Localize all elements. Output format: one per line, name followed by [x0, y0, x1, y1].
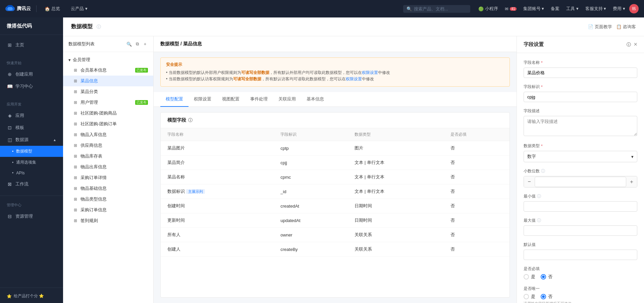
unique-no-option[interactable]: 否 — [541, 294, 552, 300]
form-item-default: 默认值 — [524, 242, 637, 260]
sidebar-item-apis[interactable]: • APIs — [0, 168, 63, 178]
feedback-btn[interactable]: ⭐ 给产品打个分 ⭐ — [0, 289, 63, 303]
model-item-outbound[interactable]: ⊞ 物品出库信息 — [63, 162, 153, 172]
copy-model-btn[interactable]: ⧉ — [135, 41, 140, 47]
search-box[interactable]: 🔍 — [403, 5, 470, 13]
model-item-item-basic[interactable]: ⊞ 物品基础信息 — [63, 183, 153, 194]
sidebar-item-workflow[interactable]: ⊠ 工作流 — [0, 178, 63, 190]
page-tutorial-btn[interactable]: 📄 页面教学 — [588, 24, 612, 30]
tab-permission[interactable]: 权限设置 — [189, 92, 217, 107]
table-row[interactable]: 创建时间 createdAt 日期时间 否 — [161, 199, 509, 213]
model-item-group-buy-product[interactable]: ⊞ 社区团购-团购商品 — [63, 108, 153, 119]
max-value-input[interactable] — [524, 225, 637, 236]
decimal-info-icon[interactable]: ⓘ — [541, 168, 545, 174]
field-type-cell: 日期时间 — [348, 213, 444, 228]
required-yes-option[interactable]: 是 — [524, 274, 535, 280]
required-no-option[interactable]: 否 — [541, 274, 552, 280]
model-item-supplier[interactable]: ⊞ 供应商信息 — [63, 140, 153, 151]
decimal-minus-btn[interactable]: − — [524, 176, 535, 187]
group-account-btn[interactable]: 集团账号 ▾ — [521, 4, 547, 13]
max-info-icon[interactable]: ⓘ — [537, 218, 541, 223]
model-item-purchase-detail[interactable]: ⊞ 采购订单详情 — [63, 172, 153, 183]
model-item-purchase-order[interactable]: ⊞ 采购订单信息 — [63, 205, 153, 215]
permission-link-1[interactable]: 权限设置 — [362, 70, 378, 75]
model-item-user-mgmt[interactable]: ⊞ 用户管理 已发布 — [63, 97, 153, 108]
logo-text: 腾讯云 — [17, 6, 31, 12]
model-item-dish-info[interactable]: ⊞ 菜品信息 — [63, 76, 153, 86]
billing-btn[interactable]: 费用 ▾ — [610, 4, 628, 13]
settings-info-icon[interactable]: ⓘ — [627, 42, 631, 48]
sidebar-item-learning[interactable]: 📖 学习中心 — [0, 80, 63, 92]
table-icon10: ⊞ — [74, 165, 78, 169]
field-desc-input[interactable] — [524, 116, 637, 136]
table-row[interactable]: 数据标识 主展示列 _id 文本 | 单行文本 否 — [161, 184, 509, 199]
table-row[interactable]: 菜品名称 cpmc 文本 | 单行文本 否 — [161, 170, 509, 184]
model-item-member-info[interactable]: ⊞ 会员基本信息 已发布 — [63, 65, 153, 76]
sidebar-item-datamodel[interactable]: • 数据模型 — [0, 146, 63, 157]
min-info-icon[interactable]: ⓘ — [537, 193, 541, 199]
model-item-inventory[interactable]: ⊞ 物品库存表 — [63, 151, 153, 162]
decimal-plus-btn[interactable]: ＋ — [626, 176, 637, 187]
miniapp-btn[interactable]: 🟢 小程序 — [476, 4, 501, 13]
table-row[interactable]: 所有人 owner 关联关系 否 — [161, 228, 509, 242]
page-info-icon[interactable]: ⓘ — [97, 24, 101, 30]
field-id-input[interactable] — [524, 92, 637, 102]
sidebar-item-create-app[interactable]: ⊕ 创建应用 — [0, 68, 63, 80]
model-item-dish-category[interactable]: ⊞ 菜品分类 — [63, 86, 153, 97]
tab-basic-info[interactable]: 基本信息 — [301, 92, 329, 107]
fields-area: 模型字段 ⓘ 字段名称 字段标识 数据类型 是否必填 — [160, 112, 510, 298]
sidebar-item-home[interactable]: ⊞ 主页 — [0, 39, 63, 51]
sidebar-item-datasource[interactable]: ◫ 数据源 ▲ — [0, 134, 63, 146]
model-group-member: ▾ 会员管理 ⊞ 会员基本信息 已发布 ⊞ 菜品信息 — [63, 55, 153, 226]
section-label-appdev: 应用开发 — [0, 100, 63, 108]
field-id-cell: cpjj — [274, 156, 348, 170]
field-settings-body: 字段名称 * 字段标识 * — [517, 53, 644, 303]
email-btn[interactable]: ✉ 41 — [502, 5, 519, 13]
field-name-input[interactable] — [524, 68, 637, 78]
model-item-item-type[interactable]: ⊞ 物品类型信息 — [63, 194, 153, 205]
search-input[interactable] — [414, 6, 467, 11]
fields-info-icon[interactable]: ⓘ — [188, 117, 193, 123]
field-id-cell: updatedAt — [274, 213, 348, 228]
nav-home[interactable]: 🏠 总览 — [42, 4, 63, 13]
tab-event[interactable]: 事件处理 — [245, 92, 273, 107]
user-avatar[interactable]: 韩 — [629, 4, 639, 13]
add-model-btn[interactable]: ＋ — [142, 40, 148, 48]
sidebar-divider — [0, 196, 63, 196]
sidebar-item-resources[interactable]: ⊟ 资源管理 — [0, 210, 63, 222]
tab-view-config[interactable]: 视图配置 — [217, 92, 245, 107]
nav-products[interactable]: 云产品 ▾ — [68, 4, 90, 13]
logo[interactable]: 腾讯云 — [5, 5, 31, 12]
support-btn[interactable]: 客服支持 ▾ — [583, 4, 609, 13]
data-type-select[interactable]: 数字 ▾ — [524, 151, 637, 162]
published-tag2: 已发布 — [135, 100, 148, 105]
tab-model-config[interactable]: 模型配置 — [160, 92, 189, 107]
sidebar-item-options[interactable]: • 通用选项集 — [0, 157, 63, 168]
search-models-btn[interactable]: 🔍 — [126, 41, 132, 47]
table-row[interactable]: 菜品简介 cpjj 文本 | 单行文本 否 — [161, 156, 509, 170]
table-row[interactable]: 菜品图片 cptp 图片 否 — [161, 141, 509, 156]
default-value-input[interactable] — [524, 250, 637, 260]
beian-btn[interactable]: 备案 — [548, 4, 562, 13]
field-name-cell: 菜品图片 — [161, 141, 274, 156]
tab-association[interactable]: 关联应用 — [273, 92, 301, 107]
decimal-input[interactable] — [535, 177, 626, 187]
model-item-checkin-rule[interactable]: ⊞ 签到规则 — [63, 215, 153, 226]
sidebar-item-apps[interactable]: ◈ 应用 — [0, 110, 63, 122]
content-area: 数据模型列表 🔍 ⧉ ＋ ▾ 会员管理 ⊞ 会员基本信息 已发 — [63, 36, 644, 303]
table-row[interactable]: 更新时间 updatedAt 日期时间 否 — [161, 213, 509, 228]
sidebar: 微搭低代码 ⊞ 主页 快速开始 ⊕ 创建应用 📖 学习中心 应用开发 ◈ 应用 — [0, 17, 63, 303]
model-item-inbound[interactable]: ⊞ 物品入库信息 — [63, 129, 153, 140]
alert-item-2: • 当前数据模型的默认访客权限规则为可读写全部数据，所有默认访客均可读取此数据模… — [166, 76, 504, 82]
model-item-group-buy-order[interactable]: ⊞ 社区团购-团购订单 — [63, 119, 153, 129]
close-panel-btn[interactable]: × — [634, 41, 637, 48]
model-group-header-member[interactable]: ▾ 会员管理 — [63, 55, 153, 65]
table-row[interactable]: 创建人 createBy 关联关系 否 — [161, 242, 509, 257]
sidebar-item-templates[interactable]: ⊡ 模板 — [0, 122, 63, 134]
field-id-cell: cpmc — [274, 170, 348, 184]
tools-btn[interactable]: 工具 ▾ — [564, 4, 581, 13]
min-value-input[interactable] — [524, 201, 637, 212]
permission-link-2[interactable]: 权限设置 — [346, 77, 362, 81]
unique-yes-option[interactable]: 是 — [524, 294, 535, 300]
consult-btn[interactable]: 📋 咨询客 — [616, 24, 636, 30]
